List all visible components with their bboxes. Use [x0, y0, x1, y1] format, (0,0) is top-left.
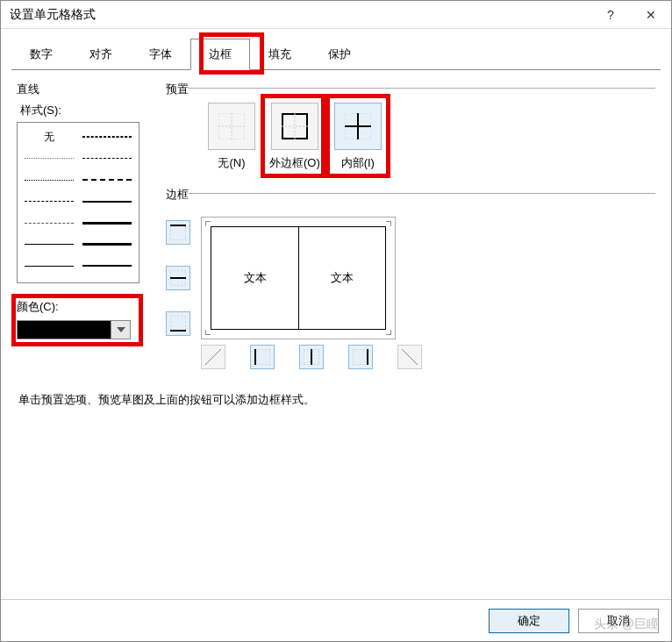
- chevron-down-icon: [117, 327, 125, 332]
- border-bottom-button[interactable]: [166, 311, 190, 336]
- border-top-button[interactable]: [166, 220, 190, 245]
- tab-bar: 数字 对齐 字体 边框 填充 保护: [1, 29, 671, 69]
- line-style-10[interactable]: [23, 236, 75, 253]
- border-preview[interactable]: 文本 文本: [201, 217, 396, 339]
- help-button[interactable]: ?: [590, 1, 631, 29]
- line-style-3[interactable]: [81, 150, 133, 168]
- tab-fill[interactable]: 填充: [250, 39, 310, 70]
- ok-button[interactable]: 确定: [489, 609, 569, 633]
- line-style-none[interactable]: 无: [23, 128, 75, 146]
- line-style-8[interactable]: [23, 214, 75, 232]
- hint-text: 单击预置选项、预览草图及上面的按钮可以添加边框样式。: [1, 382, 671, 418]
- window-title: 设置单元格格式: [10, 7, 590, 23]
- color-dropdown-button[interactable]: [111, 320, 131, 339]
- preset-inside[interactable]: [334, 103, 382, 150]
- color-swatch: [17, 320, 111, 339]
- svg-rect-16: [254, 349, 270, 365]
- preset-outline[interactable]: [271, 103, 318, 150]
- preview-text-left: 文本: [244, 270, 267, 286]
- line-style-4[interactable]: [23, 171, 75, 189]
- preset-outline-label: 外边框(O): [269, 155, 320, 171]
- preset-none[interactable]: [208, 103, 255, 150]
- line-style-list[interactable]: 无: [17, 122, 139, 283]
- svg-rect-9: [170, 225, 186, 240]
- close-button[interactable]: ✕: [631, 1, 671, 29]
- color-label: 颜色(C):: [17, 299, 148, 315]
- line-style-6[interactable]: [23, 193, 75, 210]
- title-bar: 设置单元格格式 ? ✕: [1, 1, 671, 29]
- border-diag-up-button[interactable]: [201, 345, 225, 369]
- border-hmid-button[interactable]: [166, 266, 190, 290]
- tab-font[interactable]: 字体: [131, 39, 190, 70]
- line-style-12[interactable]: [23, 257, 75, 275]
- svg-rect-13: [170, 316, 186, 332]
- border-group-label: 边框: [166, 187, 189, 203]
- preset-group-label: 预置: [166, 82, 189, 97]
- svg-rect-20: [353, 349, 368, 365]
- line-style-1[interactable]: [81, 128, 133, 146]
- svg-line-22: [402, 349, 418, 365]
- line-style-11[interactable]: [81, 236, 133, 253]
- tab-border[interactable]: 边框: [190, 39, 250, 70]
- style-label: 样式(S):: [20, 103, 148, 118]
- line-style-7[interactable]: [81, 193, 133, 210]
- preset-inside-label: 内部(I): [341, 155, 375, 171]
- dialog-footer: 确定 取消: [1, 599, 671, 641]
- preset-none-label: 无(N): [218, 155, 245, 171]
- line-style-5[interactable]: [81, 171, 133, 189]
- cancel-button[interactable]: 取消: [578, 609, 659, 633]
- line-group-label: 直线: [17, 82, 148, 97]
- color-picker[interactable]: [17, 320, 148, 339]
- tab-alignment[interactable]: 对齐: [71, 39, 131, 70]
- svg-line-15: [205, 349, 221, 365]
- line-style-2[interactable]: [23, 150, 75, 168]
- border-vmid-button[interactable]: [299, 345, 324, 369]
- tab-protection[interactable]: 保护: [310, 39, 369, 70]
- line-style-13[interactable]: [81, 257, 133, 275]
- border-right-button[interactable]: [348, 345, 373, 369]
- preview-text-right: 文本: [331, 270, 354, 286]
- line-style-9[interactable]: [81, 214, 133, 232]
- border-left-button[interactable]: [250, 345, 275, 369]
- border-diag-down-button[interactable]: [397, 345, 422, 369]
- tab-number[interactable]: 数字: [11, 39, 71, 70]
- line-panel: 直线 样式(S): 无 颜色(C):: [17, 82, 148, 369]
